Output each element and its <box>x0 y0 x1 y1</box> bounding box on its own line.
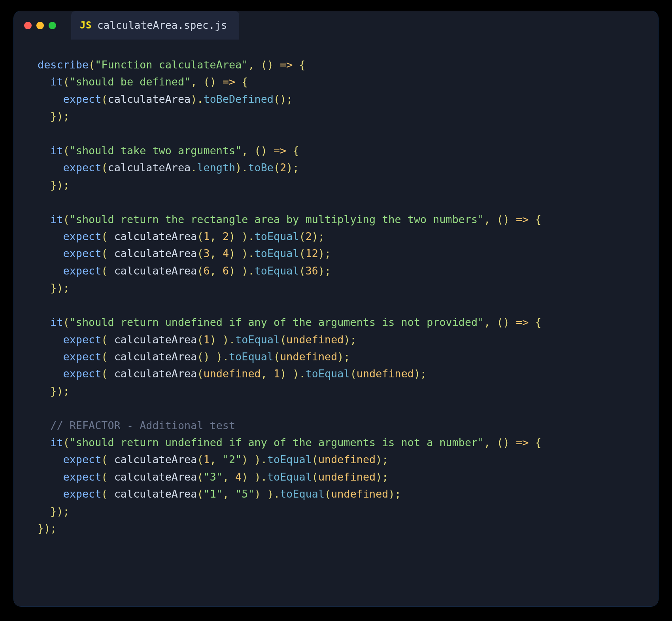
code-token: ); <box>376 453 388 466</box>
code-token: ); <box>312 230 325 242</box>
code-token: ( <box>101 333 114 346</box>
code-token: "should return undefined if any of the a… <box>70 436 484 449</box>
code-token: 36 <box>306 265 318 277</box>
code-token: ); <box>388 488 401 500</box>
close-icon[interactable] <box>24 22 32 29</box>
code-token: calculateArea <box>114 350 197 363</box>
minimize-icon[interactable] <box>36 22 44 29</box>
code-token: , () <box>191 76 223 88</box>
code-token: 1 <box>274 367 280 380</box>
maximize-icon[interactable] <box>49 22 56 29</box>
code-token: , <box>261 367 274 380</box>
code-token: , <box>210 247 223 259</box>
code-token: ( <box>197 333 203 346</box>
code-token: ( <box>312 453 318 466</box>
code-token: }); <box>50 505 69 517</box>
code-token: ); <box>286 161 299 174</box>
code-token: length <box>197 161 235 174</box>
code-token: , <box>210 230 223 242</box>
code-token: expect <box>63 488 102 500</box>
code-token: 1 <box>204 230 210 242</box>
code-token: it <box>50 213 63 225</box>
code-token: ). <box>191 93 203 105</box>
code-token: => <box>274 144 286 157</box>
code-token: ) ). <box>229 247 255 259</box>
code-token: calculateArea <box>114 367 197 380</box>
code-token: , <box>223 488 235 500</box>
code-token: ( <box>63 76 70 88</box>
code-token: , () <box>248 59 280 71</box>
code-token: { <box>235 76 248 88</box>
code-token: ( <box>89 59 95 71</box>
code-token: toEqual <box>267 453 312 466</box>
code-token: it <box>50 436 63 449</box>
code-token: calculateArea <box>114 230 197 242</box>
code-token: }); <box>50 179 69 191</box>
code-token: calculateArea <box>108 93 191 105</box>
editor-window: JS calculateArea.spec.js describe("Funct… <box>14 11 658 606</box>
code-token: 4 <box>235 471 242 483</box>
window-controls <box>24 22 56 29</box>
code-token: toEqual <box>255 230 299 242</box>
code-token: expect <box>63 161 102 174</box>
code-token: expect <box>63 93 102 105</box>
code-token: ( <box>280 333 286 346</box>
code-token: ) ). <box>229 230 255 242</box>
code-token: , () <box>484 316 516 328</box>
code-token: "should return undefined if any of the a… <box>70 316 484 328</box>
code-token: ( <box>101 367 114 380</box>
code-token: ( <box>63 436 70 449</box>
code-token: expect <box>63 265 102 277</box>
code-token: undefined <box>286 333 344 346</box>
code-token: ( <box>197 488 203 500</box>
code-token: ( <box>63 144 70 157</box>
code-token: calculateArea <box>108 161 191 174</box>
code-token: , <box>210 453 223 466</box>
code-token: expect <box>63 453 102 466</box>
code-token: calculateArea <box>114 333 197 346</box>
code-token: ); <box>376 471 388 483</box>
code-token: undefined <box>331 488 388 500</box>
code-token: ); <box>344 333 356 346</box>
code-token: ) ). <box>242 471 267 483</box>
code-token: ) ). <box>242 453 267 466</box>
code-token: ); <box>414 367 427 380</box>
code-token: ( <box>197 453 203 466</box>
code-token: undefined <box>280 350 337 363</box>
code-token: , () <box>484 436 516 449</box>
code-token: it <box>50 76 63 88</box>
code-token: 1 <box>204 453 210 466</box>
code-token: () ). <box>197 350 229 363</box>
code-token: }); <box>50 385 69 397</box>
code-token: toEqual <box>235 333 280 346</box>
code-token: 3 <box>204 247 210 259</box>
code-token: ( <box>197 230 203 242</box>
code-token: 1 <box>204 333 210 346</box>
code-token: "should take two arguments" <box>70 144 242 157</box>
code-token: => <box>516 213 529 225</box>
code-token: undefined <box>318 453 376 466</box>
code-token: (); <box>274 93 293 105</box>
code-token: calculateArea <box>114 265 197 277</box>
code-token: ( <box>325 488 331 500</box>
code-token: { <box>286 144 299 157</box>
code-token: ( <box>312 471 318 483</box>
code-token: ( <box>350 367 357 380</box>
code-token: => <box>280 59 293 71</box>
code-token: ) ). <box>255 488 280 500</box>
code-token: ); <box>318 265 331 277</box>
code-token: ) ). <box>280 367 306 380</box>
code-token: 6 <box>204 265 210 277</box>
code-token: , <box>210 265 223 277</box>
code-editor[interactable]: describe("Function calculateArea", () =>… <box>14 40 658 606</box>
file-tab[interactable]: JS calculateArea.spec.js <box>71 11 239 40</box>
code-token: , () <box>242 144 274 157</box>
file-tab-name: calculateArea.spec.js <box>97 19 227 31</box>
code-token: toEqual <box>255 265 299 277</box>
code-token: ( <box>299 247 306 259</box>
code-token: calculateArea <box>114 247 197 259</box>
code-token: ( <box>274 161 280 174</box>
code-token: expect <box>63 333 102 346</box>
code-comment: // REFACTOR - Additional test <box>50 419 235 432</box>
code-token: ( <box>101 230 114 242</box>
